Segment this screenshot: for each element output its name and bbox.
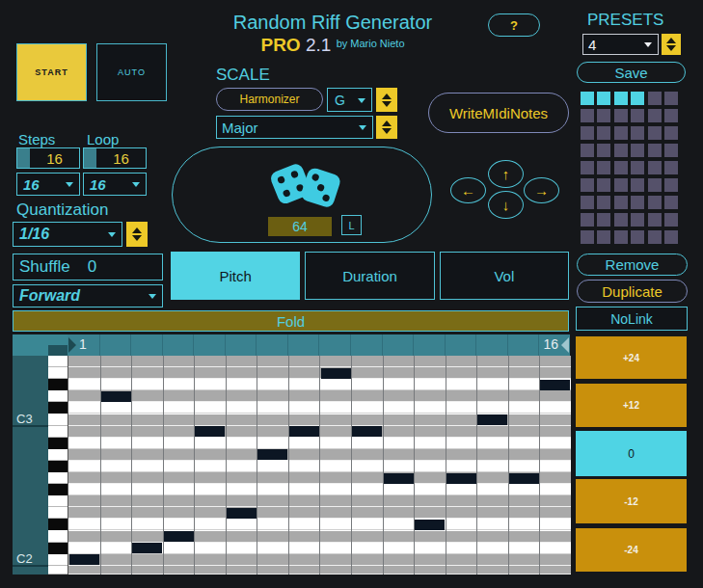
harmonizer-button[interactable]: Harmonizer [216,88,323,111]
note-step7-A2[interactable] [257,449,287,460]
note-step10-B2[interactable] [352,426,382,437]
preset-slot[interactable] [614,109,628,122]
loop-select[interactable]: 16 [83,173,147,196]
preset-slot[interactable] [581,161,594,174]
preset-slot[interactable] [614,230,628,244]
auto-button[interactable]: AUTO [96,43,167,101]
preset-slot[interactable] [597,161,610,174]
steps-select[interactable]: 16 [16,173,80,196]
preset-slot[interactable] [648,126,662,140]
note-step14-C3[interactable] [477,414,507,425]
white-key-F3[interactable] [48,356,68,367]
direction-select[interactable]: Forward [13,284,163,307]
timeline-ruler[interactable]: 1 16 [68,334,570,356]
nudge-up-button[interactable]: ↑ [488,160,524,188]
scale-root-select[interactable]: G [327,88,372,112]
preset-slot[interactable] [614,178,628,192]
quantization-spinner[interactable] [126,222,148,247]
note-step12-D#2[interactable] [415,520,445,530]
black-key-C#2[interactable] [48,543,68,554]
white-key-B2[interactable] [48,426,68,438]
transpose-+12-button[interactable]: +12 [576,384,687,427]
save-button[interactable]: Save [577,62,686,83]
randomize-button[interactable]: 64 L [172,147,432,243]
white-key-E2[interactable] [48,507,68,519]
preset-select[interactable]: 4 [582,34,659,55]
note-step2-D3[interactable] [101,391,131,402]
white-key-D3[interactable] [48,390,68,402]
preset-slot[interactable] [614,161,628,174]
preset-slot[interactable] [631,230,644,244]
preset-slot[interactable] [631,196,644,209]
write-midi-notes-button[interactable]: WriteMIdiNotes [428,93,569,133]
white-key-A2[interactable] [48,449,68,461]
black-key-A#2[interactable] [48,438,68,449]
white-key-C2[interactable] [48,554,68,566]
steps-number-box[interactable]: 16 [16,147,80,169]
loop-drag-handle[interactable] [84,148,96,168]
tab-vol[interactable]: Vol [440,252,569,300]
preset-slot[interactable] [648,144,662,157]
note-step3-C#2[interactable] [132,543,162,553]
white-key-G2[interactable] [48,472,68,484]
white-key-E3[interactable] [48,367,68,379]
white-key-C3[interactable] [48,414,68,426]
steps-drag-handle[interactable] [17,148,30,168]
preset-slot[interactable] [648,92,662,105]
lock-button[interactable]: L [341,215,362,235]
black-key-F#2[interactable] [48,484,68,495]
quantization-select[interactable]: 1/16 [13,222,122,247]
duplicate-button[interactable]: Duplicate [577,280,688,303]
note-step9-E3[interactable] [321,368,351,379]
preset-slot[interactable] [597,178,610,192]
preset-slot[interactable] [648,230,662,244]
preset-slot[interactable] [664,161,678,174]
help-button[interactable]: ? [488,13,540,37]
piano-keyboard[interactable] [48,356,68,575]
nudge-down-button[interactable]: ↓ [488,191,524,219]
preset-slot[interactable] [631,109,644,122]
preset-slot[interactable] [614,196,628,209]
preset-slot[interactable] [631,144,644,157]
random-amount-box[interactable]: 64 [268,217,332,236]
tab-pitch[interactable]: Pitch [171,252,300,300]
preset-slot[interactable] [664,92,678,105]
preset-slot[interactable] [631,161,644,174]
preset-slot[interactable] [614,213,628,227]
preset-slot[interactable] [614,92,628,105]
nolink-button[interactable]: NoLink [576,307,688,331]
preset-slot[interactable] [614,126,628,140]
black-key-D#2[interactable] [48,519,68,530]
preset-slot[interactable] [597,144,610,157]
preset-slot[interactable] [631,92,644,105]
loop-start-marker-icon[interactable] [68,337,76,353]
preset-slot[interactable] [581,92,594,105]
preset-slot[interactable] [648,161,662,174]
transpose--24-button[interactable]: -24 [576,528,687,572]
preset-slot[interactable] [581,178,594,192]
note-step1-C2[interactable] [69,554,99,565]
remove-button[interactable]: Remove [577,254,688,276]
start-button[interactable]: START [16,43,87,101]
transpose-0-button[interactable]: 0 [576,431,687,476]
black-key-D#3[interactable] [48,379,68,390]
preset-slot[interactable] [597,126,610,140]
preset-slot[interactable] [581,126,594,140]
note-step16-D#3[interactable] [540,380,570,390]
transpose--12-button[interactable]: -12 [576,479,687,523]
scale-root-spinner[interactable] [376,88,397,112]
note-step11-G2[interactable] [384,473,414,484]
preset-slot[interactable] [648,109,662,122]
shuffle-box[interactable]: Shuffle 0 [13,254,163,281]
note-step8-B2[interactable] [289,426,319,437]
white-key-D2[interactable] [48,531,68,543]
preset-slot[interactable] [631,126,644,140]
preset-slot[interactable] [581,230,594,244]
preset-slot[interactable] [648,196,662,209]
preset-slot[interactable] [664,109,678,122]
nudge-right-button[interactable]: → [524,177,559,203]
preset-slot[interactable] [664,144,678,157]
white-key-B1[interactable] [48,566,68,575]
preset-slot[interactable] [631,178,644,192]
preset-spinner[interactable] [662,34,681,55]
